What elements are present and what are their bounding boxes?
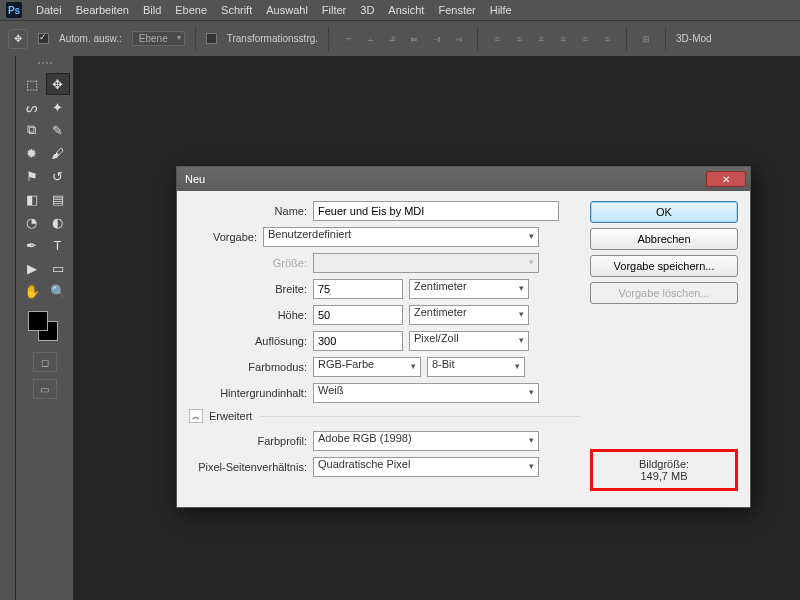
gradient-tool-icon[interactable]: ▤ bbox=[46, 188, 70, 210]
menu-fenster[interactable]: Fenster bbox=[438, 4, 475, 16]
close-icon: ✕ bbox=[722, 174, 730, 185]
pixel-aspect-label: Pixel-Seitenverhältnis: bbox=[189, 461, 307, 473]
history-brush-tool-icon[interactable]: ↺ bbox=[46, 165, 70, 187]
separator bbox=[477, 27, 478, 51]
heal-tool-icon[interactable]: ✹ bbox=[20, 142, 44, 164]
width-unit-dropdown[interactable]: Zentimeter bbox=[409, 279, 529, 299]
preset-dropdown[interactable]: Benutzerdefiniert bbox=[263, 227, 539, 247]
name-label: Name: bbox=[189, 205, 307, 217]
eraser-tool-icon[interactable]: ◧ bbox=[20, 188, 44, 210]
align-vcenter-icon[interactable]: ⫠ bbox=[361, 30, 379, 48]
dialog-title: Neu bbox=[185, 173, 706, 185]
menu-ebene[interactable]: Ebene bbox=[175, 4, 207, 16]
menu-schrift[interactable]: Schrift bbox=[221, 4, 252, 16]
height-label: Höhe: bbox=[189, 309, 307, 321]
options-bar: ✥ Autom. ausw.: Ebene Transformationsstr… bbox=[0, 20, 800, 56]
save-preset-button[interactable]: Vorgabe speichern... bbox=[590, 255, 738, 277]
distribute-6-icon[interactable]: ≡ bbox=[598, 30, 616, 48]
ps-logo-icon: Ps bbox=[6, 2, 22, 18]
menu-auswahl[interactable]: Auswahl bbox=[266, 4, 308, 16]
magic-wand-tool-icon[interactable]: ✦ bbox=[46, 96, 70, 118]
auto-select-label: Autom. ausw.: bbox=[59, 33, 122, 44]
distribute-1-icon[interactable]: ≡ bbox=[488, 30, 506, 48]
shape-tool-icon[interactable]: ▭ bbox=[46, 257, 70, 279]
menu-datei[interactable]: Datei bbox=[36, 4, 62, 16]
auto-select-checkbox[interactable] bbox=[38, 33, 49, 44]
advanced-toggle-icon[interactable]: ︽ bbox=[189, 409, 203, 423]
brush-tool-icon[interactable]: 🖌 bbox=[46, 142, 70, 164]
colorprofile-label: Farbprofil: bbox=[189, 435, 307, 447]
cancel-button[interactable]: Abbrechen bbox=[590, 228, 738, 250]
mode-3d-label[interactable]: 3D-Mod bbox=[676, 33, 712, 44]
resolution-label: Auflösung: bbox=[189, 335, 307, 347]
colorprofile-dropdown[interactable]: Adobe RGB (1998) bbox=[313, 431, 539, 451]
align-icons: ⫟ ⫠ ⫡ ⫢ ⫣ ⫤ bbox=[339, 30, 467, 48]
background-dropdown[interactable]: Weiß bbox=[313, 383, 539, 403]
align-bottom-icon[interactable]: ⫡ bbox=[383, 30, 401, 48]
hand-tool-icon[interactable]: ✋ bbox=[20, 280, 44, 302]
lasso-tool-icon[interactable]: ᔕ bbox=[20, 96, 44, 118]
menu-bild[interactable]: Bild bbox=[143, 4, 161, 16]
crop-tool-icon[interactable]: ⧉ bbox=[20, 119, 44, 141]
distribute-3-icon[interactable]: ≡ bbox=[532, 30, 550, 48]
menu-bearbeiten[interactable]: Bearbeiten bbox=[76, 4, 129, 16]
type-tool-icon[interactable]: T bbox=[46, 234, 70, 256]
foreground-color-swatch[interactable] bbox=[28, 311, 48, 331]
menu-ansicht[interactable]: Ansicht bbox=[388, 4, 424, 16]
image-size-readout: Bildgröße: 149,7 MB bbox=[590, 449, 738, 491]
colormode-dropdown[interactable]: RGB-Farbe bbox=[313, 357, 421, 377]
height-input[interactable] bbox=[313, 305, 403, 325]
distribute-icons: ≡ ≡ ≡ ≡ ≡ ≡ bbox=[488, 30, 616, 48]
distribute-2-icon[interactable]: ≡ bbox=[510, 30, 528, 48]
colormode-label: Farbmodus: bbox=[189, 361, 307, 373]
move-tool-icon[interactable]: ✥ bbox=[8, 29, 28, 49]
panel-strip bbox=[0, 56, 16, 600]
quickmask-button[interactable]: ◻ bbox=[33, 352, 57, 372]
blur-tool-icon[interactable]: ◔ bbox=[20, 211, 44, 233]
marquee-tool-icon[interactable]: ⬚ bbox=[20, 73, 44, 95]
align-hcenter-icon[interactable]: ⫣ bbox=[427, 30, 445, 48]
resolution-input[interactable] bbox=[313, 331, 403, 351]
move-tool-icon[interactable]: ✥ bbox=[46, 73, 70, 95]
distribute-4-icon[interactable]: ≡ bbox=[554, 30, 572, 48]
menu-3d[interactable]: 3D bbox=[360, 4, 374, 16]
name-input[interactable] bbox=[313, 201, 559, 221]
width-label: Breite: bbox=[189, 283, 307, 295]
zoom-tool-icon[interactable]: 🔍 bbox=[46, 280, 70, 302]
dialog-titlebar[interactable]: Neu ✕ bbox=[177, 167, 750, 191]
pixel-aspect-dropdown[interactable]: Quadratische Pixel bbox=[313, 457, 539, 477]
screenmode-button[interactable]: ▭ bbox=[33, 379, 57, 399]
stamp-tool-icon[interactable]: ⚑ bbox=[20, 165, 44, 187]
size-dropdown bbox=[313, 253, 539, 273]
ok-button[interactable]: OK bbox=[590, 201, 738, 223]
image-size-label: Bildgröße: bbox=[603, 458, 725, 470]
arrange-icon[interactable]: ⊞ bbox=[637, 30, 655, 48]
align-top-icon[interactable]: ⫟ bbox=[339, 30, 357, 48]
path-select-tool-icon[interactable]: ▶ bbox=[20, 257, 44, 279]
new-document-dialog: Neu ✕ Name: Vorgabe: Benutzerdefiniert G… bbox=[176, 166, 751, 508]
transform-controls-label: Transformationsstrg. bbox=[227, 33, 318, 44]
auto-select-dropdown[interactable]: Ebene bbox=[132, 31, 185, 46]
menu-bar: Ps Datei Bearbeiten Bild Ebene Schrift A… bbox=[0, 0, 800, 20]
bitdepth-dropdown[interactable]: 8-Bit bbox=[427, 357, 525, 377]
preset-label: Vorgabe: bbox=[189, 231, 257, 243]
eyedropper-tool-icon[interactable]: ✎ bbox=[46, 119, 70, 141]
menu-hilfe[interactable]: Hilfe bbox=[490, 4, 512, 16]
dodge-tool-icon[interactable]: ◐ bbox=[46, 211, 70, 233]
arrange-icons: ⊞ bbox=[637, 30, 655, 48]
width-input[interactable] bbox=[313, 279, 403, 299]
close-button[interactable]: ✕ bbox=[706, 171, 746, 187]
resolution-unit-dropdown[interactable]: Pixel/Zoll bbox=[409, 331, 529, 351]
transform-controls-checkbox[interactable] bbox=[206, 33, 217, 44]
color-swatches[interactable] bbox=[28, 311, 62, 345]
separator bbox=[626, 27, 627, 51]
menu-filter[interactable]: Filter bbox=[322, 4, 346, 16]
toolbox: ⬚✥ ᔕ✦ ⧉✎ ✹🖌 ⚑↺ ◧▤ ◔◐ ✒T ▶▭ ✋🔍 ◻ ▭ bbox=[16, 56, 74, 600]
align-right-icon[interactable]: ⫤ bbox=[449, 30, 467, 48]
pen-tool-icon[interactable]: ✒ bbox=[20, 234, 44, 256]
separator bbox=[328, 27, 329, 51]
height-unit-dropdown[interactable]: Zentimeter bbox=[409, 305, 529, 325]
distribute-5-icon[interactable]: ≡ bbox=[576, 30, 594, 48]
advanced-label: Erweitert bbox=[209, 410, 252, 422]
align-left-icon[interactable]: ⫢ bbox=[405, 30, 423, 48]
